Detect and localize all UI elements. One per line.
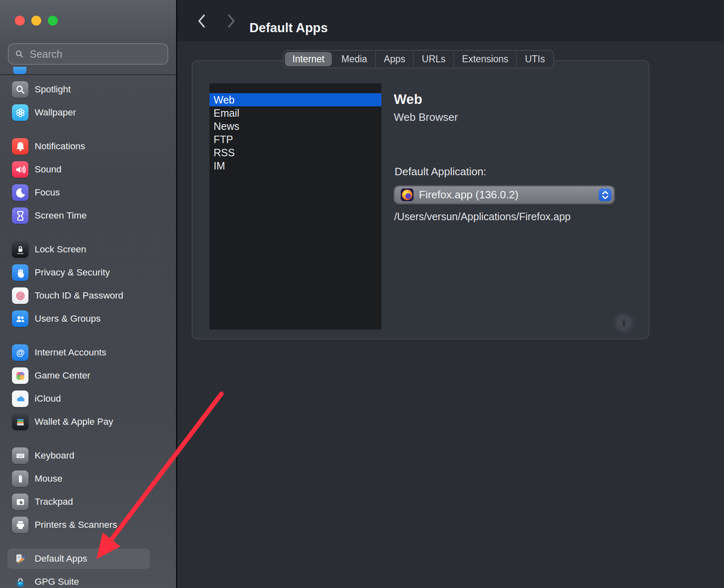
- tab-urls[interactable]: URLs: [414, 51, 454, 68]
- dropdown-stepper-icon[interactable]: [599, 188, 611, 201]
- sidebar-item-trackpad[interactable]: Trackpad: [0, 490, 176, 513]
- sidebar-item-privacy-security[interactable]: Privacy & Security: [0, 261, 176, 284]
- sidebar-item-sound[interactable]: Sound: [0, 158, 176, 181]
- flower-icon: [12, 104, 28, 121]
- sidebar-item-default-apps[interactable]: Default Apps: [0, 547, 176, 570]
- sidebar-item-label: Mouse: [35, 473, 63, 484]
- gpg-lock-icon: [12, 574, 28, 588]
- sidebar-item-screen-time[interactable]: Screen Time: [0, 204, 176, 227]
- page-title: Default Apps: [249, 21, 328, 35]
- hourglass-icon: [12, 207, 28, 224]
- sidebar-item-game-center[interactable]: Game Center: [0, 364, 176, 387]
- category-im[interactable]: IM: [209, 159, 381, 172]
- tab-media[interactable]: Media: [333, 51, 376, 68]
- zoom-button[interactable]: [48, 16, 58, 26]
- sidebar-item-gpg-suite[interactable]: GPG Suite: [0, 570, 176, 588]
- wallet-icon: [12, 414, 28, 430]
- category-ftp[interactable]: FTP: [209, 133, 381, 146]
- sidebar-item-users-groups[interactable]: Users & Groups: [0, 307, 176, 330]
- sidebar-item-wallpaper[interactable]: Wallpaper: [0, 101, 176, 124]
- bell-icon: [12, 138, 28, 155]
- sidebar-item-label: Default Apps: [35, 553, 87, 564]
- category-rss[interactable]: RSS: [209, 146, 381, 159]
- sidebar: SpotlightWallpaperNotificationsSoundFocu…: [0, 0, 176, 588]
- back-chevron-icon[interactable]: [195, 13, 209, 29]
- detail-subtitle: Web Browser: [394, 111, 458, 124]
- sidebar-item-label: Wallet & Apple Pay: [35, 416, 113, 427]
- sidebar-item-printers-scanners[interactable]: Printers & Scanners: [0, 513, 176, 536]
- sidebar-item-icloud[interactable]: iCloud: [0, 387, 176, 410]
- sidebar-item-label: GPG Suite: [35, 576, 79, 587]
- sidebar-item-label: iCloud: [35, 393, 61, 404]
- search-field[interactable]: [8, 43, 168, 65]
- sidebar-main-divider: [176, 0, 177, 588]
- sidebar-item-label: Privacy & Security: [35, 267, 110, 278]
- system-settings-window: SpotlightWallpaperNotificationsSoundFocu…: [0, 0, 724, 588]
- hand-icon: [12, 264, 28, 281]
- trackpad-icon: [12, 494, 28, 510]
- search-icon: [14, 49, 24, 59]
- sidebar-item-label: Sound: [35, 164, 61, 175]
- magnifier-icon: [12, 81, 28, 98]
- sidebar-item-label: Touch ID & Password: [35, 290, 123, 301]
- sidebar-group: SpotlightWallpaper: [0, 78, 176, 124]
- moon-icon: [12, 184, 28, 201]
- sidebar-item-label: Printers & Scanners: [35, 520, 117, 530]
- sidebar-item-internet-accounts[interactable]: @Internet Accounts: [0, 341, 176, 364]
- scrolled-item-icon: [13, 67, 26, 74]
- selected-app-label: Firefox.app (136.0.2): [419, 188, 599, 201]
- default-apps-icon: [12, 550, 28, 567]
- fingerprint-icon: [12, 287, 28, 304]
- mouse-icon: [12, 470, 28, 487]
- sidebar-group: Lock ScreenPrivacy & SecurityTouch ID & …: [0, 238, 176, 330]
- sidebar-item-label: Lock Screen: [35, 244, 86, 255]
- title-bar: Default Apps: [177, 0, 724, 41]
- sidebar-item-mouse[interactable]: Mouse: [0, 467, 176, 490]
- sidebar-item-focus[interactable]: Focus: [0, 181, 176, 204]
- sidebar-item-wallet-apple-pay[interactable]: Wallet & Apple Pay: [0, 410, 176, 433]
- sidebar-item-label: Wallpaper: [35, 107, 76, 118]
- sidebar-item-label: Game Center: [35, 370, 90, 381]
- sidebar-item-label: Screen Time: [35, 210, 87, 221]
- keyboard-icon: [12, 447, 28, 464]
- sidebar-group: @Internet AccountsGame CenteriCloudWalle…: [0, 341, 176, 433]
- users-icon: [12, 310, 28, 327]
- default-application-label: Default Application:: [395, 165, 487, 178]
- sidebar-item-label: Keyboard: [35, 450, 74, 461]
- sidebar-group: KeyboardMouseTrackpadPrinters & Scanners: [0, 444, 176, 536]
- sidebar-item-label: Spotlight: [35, 84, 71, 95]
- window-controls: [15, 16, 58, 26]
- default-app-dropdown[interactable]: Firefox.app (136.0.2): [395, 186, 614, 203]
- info-icon[interactable]: i: [617, 316, 631, 330]
- forward-chevron-icon[interactable]: [224, 13, 237, 29]
- tab-apps[interactable]: Apps: [376, 51, 414, 68]
- category-list: WebEmailNewsFTPRSSIM: [209, 83, 381, 329]
- tab-extensions[interactable]: Extensions: [454, 51, 517, 68]
- sidebar-item-label: Trackpad: [35, 496, 73, 507]
- sidebar-item-label: Focus: [35, 187, 60, 198]
- firefox-icon: [401, 188, 414, 201]
- at-sign-icon: @: [12, 344, 28, 361]
- tab-utis[interactable]: UTIs: [517, 51, 553, 68]
- game-center-icon: [12, 367, 28, 384]
- sidebar-item-notifications[interactable]: Notifications: [0, 135, 176, 158]
- sidebar-group: NotificationsSoundFocusScreen Time: [0, 135, 176, 227]
- sidebar-item-spotlight[interactable]: Spotlight: [0, 78, 176, 101]
- category-web[interactable]: Web: [209, 93, 381, 106]
- printer-icon: [12, 517, 28, 533]
- sidebar-item-lock-screen[interactable]: Lock Screen: [0, 238, 176, 261]
- sidebar-item-touch-id-password[interactable]: Touch ID & Password: [0, 284, 176, 307]
- sidebar-item-keyboard[interactable]: Keyboard: [0, 444, 176, 467]
- cloud-icon: [12, 390, 28, 407]
- category-email[interactable]: Email: [209, 106, 381, 120]
- category-news[interactable]: News: [209, 120, 381, 133]
- sidebar-nav: SpotlightWallpaperNotificationsSoundFocu…: [0, 78, 176, 588]
- tab-bar: InternetMediaAppsURLsExtensionsUTIs: [283, 50, 554, 68]
- app-path: /Users/versun/Applications/Firefox.app: [394, 211, 571, 223]
- sidebar-group: Default AppsGPG Suite: [0, 547, 176, 588]
- sidebar-item-label: Notifications: [35, 141, 85, 152]
- search-input[interactable]: [29, 48, 162, 61]
- close-button[interactable]: [15, 16, 25, 26]
- tab-internet[interactable]: Internet: [285, 52, 332, 66]
- minimize-button[interactable]: [31, 16, 41, 26]
